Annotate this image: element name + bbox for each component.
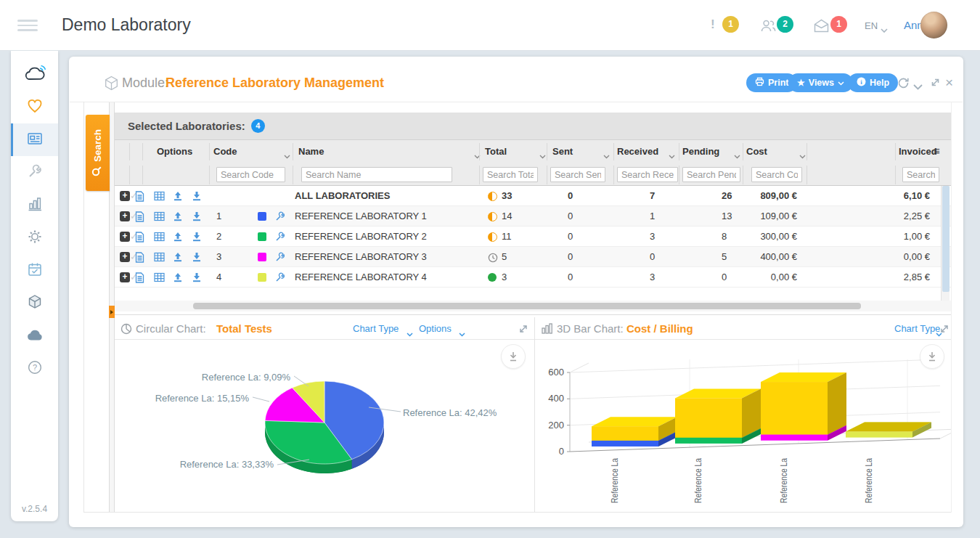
chevron-down-icon[interactable] (799, 149, 806, 162)
expand-icon[interactable] (930, 77, 941, 91)
wrench-icon[interactable] (275, 211, 285, 224)
table-row[interactable]: +✓ALL LABORATORIES330726809,00 €6,10 € (115, 186, 951, 206)
cell-cost: 109,00 € (695, 206, 797, 227)
language-selector[interactable]: EN (865, 20, 878, 31)
expand-row-button[interactable]: + (120, 232, 130, 242)
column-header-sent[interactable]: Sent (552, 146, 573, 157)
search-tab[interactable]: Search (86, 115, 110, 191)
sidebar-item-packages[interactable] (11, 287, 58, 319)
column-header-invoiced[interactable]: Invoiced (899, 146, 937, 157)
divider (613, 166, 614, 184)
expand-row-button[interactable]: + (120, 272, 130, 282)
sidebar-item-settings[interactable] (11, 221, 58, 254)
upload-icon[interactable] (173, 232, 183, 244)
table-row[interactable]: +✓3REFERENCE LABORATORY 35005400,00 €0,0… (115, 247, 951, 267)
bar-download-button[interactable] (920, 344, 944, 369)
grid-view-icon[interactable] (154, 272, 165, 285)
expand-icon[interactable] (939, 324, 950, 337)
splitter-handle[interactable] (109, 306, 115, 318)
vertical-scrollbar-thumb[interactable] (942, 186, 950, 292)
expand-row-button[interactable]: + (120, 211, 130, 221)
column-header-pending[interactable]: Pending (682, 146, 719, 157)
sidebar-item-calendar[interactable] (11, 254, 58, 287)
chevron-down-icon[interactable] (603, 149, 610, 162)
alert-icon[interactable]: ! (711, 17, 715, 32)
report-icon[interactable] (135, 191, 144, 204)
horizontal-scrollbar[interactable] (115, 301, 951, 311)
sidebar-item-statistics[interactable] (11, 189, 58, 221)
report-icon[interactable] (135, 252, 144, 265)
report-icon[interactable] (135, 232, 144, 245)
help-button[interactable]: i Help (848, 73, 898, 92)
column-header-total[interactable]: Total (485, 146, 507, 157)
grid-view-icon[interactable] (154, 191, 165, 203)
chevron-down-icon[interactable] (284, 149, 290, 162)
table-row[interactable]: +✓1REFERENCE LABORATORY 1140113109,00 €2… (115, 206, 951, 227)
grid-view-icon[interactable] (154, 211, 165, 224)
column-header-cost[interactable]: Cost (746, 146, 767, 157)
grid-view-icon[interactable] (154, 232, 165, 244)
wrench-icon[interactable] (275, 252, 285, 264)
expand-row-button[interactable]: + (120, 252, 130, 262)
svg-text:Reference La: 33,33%: Reference La: 33,33% (180, 459, 274, 470)
hamburger-menu-icon[interactable] (17, 20, 38, 31)
vertical-scrollbar[interactable] (941, 186, 950, 301)
report-icon[interactable] (135, 211, 144, 224)
refresh-icon[interactable] (897, 77, 910, 91)
chevron-down-icon[interactable] (734, 149, 740, 162)
filter-input-invoiced[interactable] (902, 167, 939, 182)
sidebar-item-cloud[interactable] (11, 319, 58, 352)
download-icon[interactable] (192, 272, 202, 285)
mail-count-badge[interactable]: 1 (830, 16, 847, 33)
divider (743, 166, 743, 184)
upload-icon[interactable] (173, 272, 183, 285)
sidebar-item-registry[interactable] (11, 123, 58, 156)
report-icon[interactable] (135, 272, 144, 285)
wrench-icon[interactable] (275, 272, 285, 285)
divider (70, 102, 963, 102)
filter-input-name[interactable] (301, 167, 452, 182)
sidebar-item-help[interactable]: ? (11, 352, 58, 385)
download-icon[interactable] (192, 252, 202, 264)
column-header-code[interactable]: Code (213, 146, 237, 157)
chevron-down-icon[interactable] (539, 149, 546, 162)
status-icon-green-dot (488, 273, 497, 284)
views-button[interactable]: ★ Views (788, 73, 853, 92)
sidebar-item-cloud-sync[interactable] (11, 58, 58, 91)
pie-download-button[interactable] (501, 344, 526, 369)
grid-view-icon[interactable] (154, 252, 165, 264)
download-icon[interactable] (192, 211, 202, 224)
divider (479, 166, 480, 184)
download-icon[interactable] (192, 232, 202, 244)
upload-icon[interactable] (173, 252, 183, 264)
users-count-badge[interactable]: 2 (777, 16, 793, 33)
filter-input-received[interactable] (617, 167, 678, 182)
sidebar-item-favorites[interactable] (11, 91, 58, 123)
collapse-icon[interactable] (913, 80, 923, 93)
sidebar-item-tools[interactable] (11, 156, 58, 189)
horizontal-scrollbar-thumb[interactable] (193, 303, 861, 309)
chevron-down-icon[interactable] (669, 149, 675, 162)
filter-input-cost[interactable] (751, 167, 802, 182)
wrench-icon[interactable] (275, 232, 285, 244)
filter-input-sent[interactable] (550, 167, 605, 182)
expand-row-button[interactable]: + (120, 191, 130, 201)
table-row[interactable]: +✓4REFERENCE LABORATORY 430300,00 €2,85 … (115, 267, 951, 288)
column-header-received[interactable]: Received (617, 146, 658, 157)
upload-icon[interactable] (173, 191, 183, 203)
close-icon[interactable]: × (945, 75, 953, 91)
filter-input-code[interactable] (216, 167, 285, 182)
alert-count-badge[interactable]: 1 (722, 16, 739, 33)
table-row[interactable]: +✓2REFERENCE LABORATORY 211038300,00 €1,… (115, 227, 951, 247)
column-menu-icon[interactable]: ≡ (934, 144, 939, 157)
column-header-name[interactable]: Name (298, 146, 324, 157)
column-header-options[interactable]: Options (157, 146, 192, 157)
mail-icon[interactable] (813, 18, 830, 36)
upload-icon[interactable] (173, 211, 183, 224)
users-icon[interactable] (759, 18, 777, 37)
cell-total: 11 (502, 227, 512, 247)
download-icon[interactable] (192, 191, 202, 203)
filter-input-total[interactable] (483, 167, 538, 182)
avatar[interactable] (920, 12, 947, 38)
filter-input-pending[interactable] (682, 167, 740, 182)
